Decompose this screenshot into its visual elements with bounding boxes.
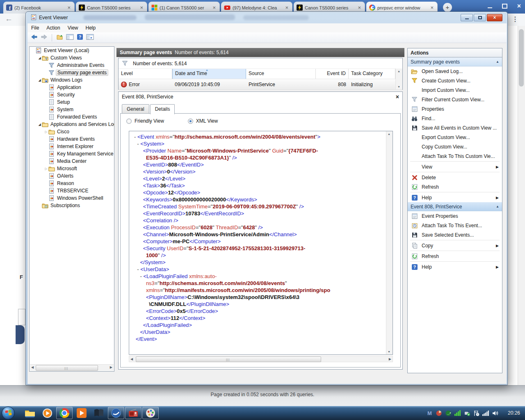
action-open-saved-log[interactable]: Open Saved Log... <box>408 66 502 76</box>
radio-xml-view[interactable]: XML View <box>188 118 218 124</box>
taskbar-app-play-orange[interactable] <box>73 407 90 419</box>
taskbar-app-palette-app[interactable] <box>142 407 159 419</box>
tab-close-icon[interactable]: × <box>284 5 289 10</box>
tree-item-subscriptions[interactable]: Subscriptions <box>30 202 114 209</box>
action-refresh[interactable]: Refresh <box>408 251 502 261</box>
menu-view[interactable]: View <box>64 24 82 32</box>
radio-button-icon[interactable] <box>188 119 193 124</box>
table-row[interactable]: !Error09/06/2019 10:45:09PrintService808… <box>119 79 402 90</box>
column-header-level[interactable]: Level <box>119 69 172 79</box>
action-attach-task-to-this-event[interactable]: Attach Task To This Event... <box>408 221 502 230</box>
action-save-all-events-in-custom-view[interactable]: Save All Events in Custom View ... <box>408 123 502 132</box>
column-header-task-category[interactable]: Task Category <box>349 69 395 79</box>
tab-close-icon[interactable]: × <box>139 5 144 10</box>
tray-signal-green-icon[interactable] <box>454 410 461 416</box>
action-create-custom-view[interactable]: Create Custom View... <box>408 76 502 85</box>
collapse-caret-icon[interactable]: ▲ <box>496 60 499 64</box>
browser-close-icon[interactable]: × <box>517 3 521 9</box>
close-detail-icon[interactable]: × <box>396 94 399 100</box>
tab-close-icon[interactable]: × <box>212 5 217 10</box>
tree-horizontal-scrollbar[interactable]: ◀|||▶ <box>30 364 114 371</box>
tree-item-oalerts[interactable]: OAlerts <box>30 172 114 180</box>
expander-open-icon[interactable]: ◢ <box>37 123 42 126</box>
column-header-source[interactable]: Source <box>246 69 316 79</box>
browser-restore-icon[interactable] <box>502 4 507 9</box>
action-filter-current-custom-view[interactable]: Filter Current Custom View... <box>408 95 502 104</box>
action-delete[interactable]: Delete <box>408 173 502 182</box>
menu-help[interactable]: Help <box>82 24 100 32</box>
tree-item-custom-views[interactable]: ◢Custom Views <box>30 54 114 62</box>
tree-item-application[interactable]: Application <box>30 84 114 91</box>
toolbar-export-log-button[interactable] <box>56 34 63 42</box>
tree-item-applications-and-services-logs[interactable]: ◢Applications and Services Logs <box>30 121 114 128</box>
tray-red-app-icon[interactable] <box>436 410 442 416</box>
tree-item-forwarded-events[interactable]: Forwarded Events <box>30 113 114 121</box>
tree-item-reason[interactable]: Reason <box>30 180 114 187</box>
action-refresh[interactable]: Refresh <box>408 182 502 192</box>
expander-closed-icon[interactable]: ▷ <box>44 130 48 134</box>
tray-network-signal-icon[interactable] <box>482 410 489 416</box>
collapse-caret-icon[interactable]: ▲ <box>496 205 499 208</box>
menu-file[interactable]: File <box>27 24 43 32</box>
radio-button-icon[interactable] <box>126 119 132 124</box>
xml-vertical-scrollbar[interactable]: ▲ ▼ <box>386 131 393 354</box>
scroll-down-icon[interactable]: ▼ <box>388 350 390 353</box>
taskbar-app-book[interactable] <box>91 407 107 419</box>
action-help[interactable]: ?Help▶ <box>408 193 502 202</box>
scroll-up-icon[interactable]: ▲ <box>397 70 400 73</box>
scrollbar-thumb[interactable] <box>519 29 524 87</box>
scroll-down-icon[interactable]: ▼ <box>397 85 400 88</box>
scrollbar-thumb[interactable]: ||| <box>36 365 98 371</box>
action-import-custom-view[interactable]: Import Custom View... <box>408 85 502 95</box>
action-attach-task-to-this-custom-vie[interactable]: Attach Task To This Custom Vie... <box>408 151 502 161</box>
start-button[interactable] <box>2 406 15 420</box>
tree-item-windows-powershell[interactable]: Windows PowerShell <box>30 194 114 202</box>
action-export-custom-view[interactable]: Export Custom View... <box>408 132 502 142</box>
tree-item-administrative-events[interactable]: Administrative Events <box>30 62 114 69</box>
xml-horizontal-scrollbar[interactable]: ◀ ||| ▶ <box>129 356 393 362</box>
action-copy-custom-view[interactable]: Copy Custom View... <box>408 142 502 151</box>
tree-item-summary-page-events[interactable]: Summary page events <box>30 69 114 76</box>
tree-item-microsoft[interactable]: ▷Microsoft <box>30 165 114 172</box>
tray-usb-safely-remove-icon[interactable] <box>464 410 470 416</box>
tray-idm-icon[interactable] <box>445 410 452 416</box>
action-help[interactable]: ?Help▶ <box>408 262 502 272</box>
action-copy[interactable]: Copy▶ <box>408 241 502 250</box>
scroll-right-icon[interactable]: ▶ <box>389 357 391 361</box>
action-find[interactable]: Find... <box>408 114 502 123</box>
window-titlebar[interactable]: Event Viewer × <box>26 12 507 23</box>
maximize-button[interactable] <box>474 14 486 21</box>
expander-closed-icon[interactable]: ▷ <box>44 167 48 171</box>
tab-close-icon[interactable]: × <box>357 5 362 10</box>
browser-minimize-icon[interactable] <box>488 7 492 8</box>
browser-menu-icon[interactable]: ⋮ <box>512 15 518 23</box>
tray-volume-icon[interactable] <box>492 410 499 416</box>
close-button[interactable]: × <box>487 14 502 21</box>
tab-details[interactable]: Details <box>150 104 175 114</box>
expander-open-icon[interactable]: ◢ <box>37 56 42 60</box>
toolbar-back-arrow-button[interactable] <box>31 34 38 42</box>
taskbar-clock[interactable]: 20:26 <box>505 410 523 416</box>
scrollbar-thumb[interactable]: ||| <box>136 356 321 362</box>
tray-action-center-flag-icon[interactable] <box>473 410 479 416</box>
toolbar-console-tree-toggle-button[interactable] <box>66 34 74 42</box>
column-header-date-and-time[interactable]: Date and Time▲ <box>172 69 246 79</box>
actions-section-summary-page-events[interactable]: Summary page events▲ <box>408 57 502 66</box>
tree-item-key-management-service[interactable]: Key Management Service <box>30 150 114 158</box>
toolbar-forward-arrow-button[interactable] <box>41 34 48 42</box>
action-save-selected-events[interactable]: Save Selected Events... <box>408 230 502 240</box>
scroll-left-icon[interactable]: ◀ <box>130 357 133 361</box>
tree-item-media-center[interactable]: Media Center <box>30 158 114 165</box>
taskbar-app-radio-app[interactable] <box>125 407 142 419</box>
tree-item-cisco[interactable]: ▷Cisco <box>30 128 114 135</box>
column-header-event-id[interactable]: Event ID <box>316 69 349 79</box>
tree-item-trbservice[interactable]: TRBSERVICE <box>30 187 114 194</box>
radio-friendly-view[interactable]: Friendly View <box>126 118 164 124</box>
taskbar-app-chrome[interactable] <box>56 407 73 419</box>
browser-back-icon[interactable]: ← <box>5 14 13 23</box>
toolbar-help-button[interactable]: ? <box>77 34 83 42</box>
taskbar-app-blue-app[interactable] <box>108 407 124 419</box>
scroll-right-icon[interactable]: ▶ <box>110 365 112 369</box>
menu-action[interactable]: Action <box>43 24 64 32</box>
action-event-properties[interactable]: Event Properties <box>408 211 502 221</box>
